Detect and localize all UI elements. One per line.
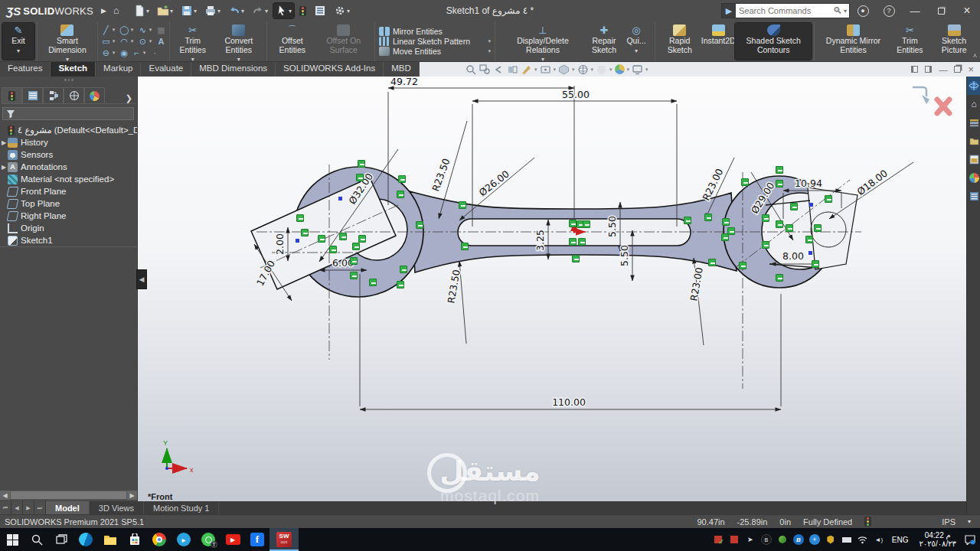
dynamic-mirror-button[interactable]: Dynamic Mirror Entities [817, 23, 889, 60]
edge-taskbar-icon[interactable] [74, 528, 98, 551]
dim-r23-50-bottom[interactable]: R23.50 [445, 269, 462, 304]
move-caret[interactable]: ▾ [488, 48, 491, 54]
tree-item-sensors[interactable]: Sensors [0, 148, 137, 161]
tree-item-material[interactable]: Material <not specified> [0, 173, 137, 185]
displaymanager-tab[interactable] [84, 87, 105, 103]
tree-item-origin[interactable]: Origin [0, 222, 137, 234]
spline-tool[interactable]: ∿ [137, 24, 149, 35]
sw-monitor-tray-icon[interactable] [729, 534, 740, 545]
panel-collapse-handle[interactable]: ◀ [136, 269, 147, 289]
move-entities-button[interactable]: Move Entities ▾ [377, 47, 492, 56]
login-button[interactable]: ● [850, 0, 876, 21]
dimxpertmanager-tab[interactable] [64, 87, 84, 103]
save-button[interactable]: ▾ [178, 3, 199, 18]
security-tray-icon[interactable] [825, 534, 836, 545]
chamfer-caret[interactable]: ▾ [143, 50, 149, 56]
exit-dropdown-caret[interactable]: ▾ [17, 47, 20, 56]
dim-5-50-a[interactable]: 5.50 [606, 216, 618, 237]
panel-tabs-overflow[interactable]: ❯ [122, 93, 136, 103]
microsoft-store-taskbar-icon[interactable] [122, 528, 147, 551]
open-button[interactable]: ▾ [155, 3, 175, 18]
facebook-taskbar-icon[interactable]: f [245, 528, 270, 551]
design-library-button[interactable] [967, 113, 980, 132]
trim-entities-2-button[interactable]: ✂ Trim Entities [889, 23, 930, 60]
tab-nav-next[interactable]: ▶ [23, 501, 34, 514]
linear-pattern-caret[interactable]: ▾ [488, 38, 491, 44]
new-document-button[interactable]: ▾ [131, 3, 152, 18]
select-button[interactable]: ▾ [273, 3, 294, 18]
units-selector[interactable]: IPS [942, 517, 956, 527]
tree-item-right-plane[interactable]: Right Plane [0, 210, 137, 222]
annotation-view-icon[interactable] [521, 64, 532, 75]
annotation-caret[interactable]: ▾ [534, 67, 537, 73]
spline-caret[interactable]: ▾ [149, 27, 155, 33]
solidworks-logo[interactable]: ƷS SOLIDWORKS [0, 5, 100, 18]
exit-sketch-corner-icon[interactable] [913, 87, 926, 96]
undo-dropdown-caret[interactable]: ▾ [241, 8, 244, 15]
dim-d18-00[interactable]: Ø18.00 [855, 168, 890, 197]
propertymanager-tab[interactable] [22, 87, 43, 103]
chrome-taskbar-icon[interactable] [147, 528, 172, 551]
previous-view-icon[interactable] [493, 64, 505, 75]
hide-show-caret[interactable]: ▾ [554, 67, 557, 73]
tab-evaluate[interactable]: Evaluate [141, 62, 191, 77]
taskbar-clock[interactable]: 04:22 م ٢٠٢٥/٠٨/٢٣ [916, 531, 959, 548]
ellipse-caret[interactable]: ▾ [149, 38, 155, 44]
dim-55-00[interactable]: 55.00 [562, 89, 590, 100]
rectangle-caret[interactable]: ▾ [113, 38, 118, 44]
rectangle-tool[interactable]: ▭ [100, 36, 112, 47]
open-dropdown-caret[interactable]: ▾ [170, 8, 173, 15]
tile-right-icon[interactable] [925, 66, 932, 73]
view-orientation-icon[interactable] [577, 64, 589, 75]
tab-mbd-dimensions[interactable]: MBD Dimensions [191, 62, 276, 77]
featuremanager-tab[interactable] [2, 87, 22, 103]
home-button[interactable]: ⌂ [111, 3, 128, 18]
print-dropdown-caret[interactable]: ▾ [217, 8, 220, 15]
tree-item-annotations[interactable]: ▶ A Annotations [0, 161, 137, 173]
sketch-picture-button[interactable]: Sketch Picture [930, 23, 978, 60]
appearances-caret[interactable]: ▾ [609, 67, 612, 73]
display-style-icon[interactable] [558, 64, 570, 75]
smart-dimension-button[interactable]: Smart Dimension ▾ [40, 23, 95, 60]
doc-close-button[interactable]: × [968, 64, 974, 75]
chamfer-tool[interactable]: ⌐ [131, 47, 142, 58]
tab-markup[interactable]: Markup [96, 62, 141, 77]
tile-left-icon[interactable] [911, 66, 918, 73]
close-button[interactable]: × [954, 0, 980, 21]
custom-properties-button[interactable] [967, 187, 980, 205]
offset-entities-button[interactable]: ⌒ Offset Entities [270, 23, 315, 60]
dim-r23-50-top[interactable]: R23.50 [430, 157, 452, 193]
solidworks-resources-button[interactable]: ⌂ [967, 95, 980, 113]
tab-solidworks-addins[interactable]: SOLIDWORKS Add-Ins [276, 62, 384, 77]
youtube-taskbar-icon[interactable]: ▶ [220, 528, 245, 551]
settings-tray-icon[interactable]: + [809, 534, 820, 545]
search-input[interactable] [736, 6, 831, 15]
menu-expand-arrow[interactable]: ▶ [101, 7, 106, 15]
view-settings-icon[interactable] [632, 64, 643, 75]
dim-d26-00[interactable]: Ø26.00 [477, 168, 511, 198]
ellipse-tool[interactable]: ⊙ [137, 36, 149, 47]
minimize-button[interactable]: — [902, 0, 928, 21]
select-dropdown-caret[interactable]: ▾ [289, 8, 292, 15]
tree-root-part[interactable]: مشروع ٤ (Default<<Default>_Display [0, 124, 137, 136]
tab-nav-first[interactable]: ⏮ [0, 501, 11, 514]
start-button[interactable] [0, 528, 24, 551]
arc-tool[interactable]: ◠ [119, 36, 130, 47]
slot-caret[interactable]: ▾ [113, 50, 118, 56]
tree-item-history[interactable]: ▶ History [0, 136, 137, 148]
appearances-icon[interactable] [596, 64, 607, 75]
repair-sketch-button[interactable]: ✚ Repair Sketch [588, 23, 620, 60]
view-palette-button[interactable] [967, 150, 980, 168]
bluetooth-tray-icon[interactable]: B [793, 534, 804, 545]
dim-5-50-b[interactable]: 5.50 [619, 245, 630, 266]
tree-item-top-plane[interactable]: Top Plane [0, 197, 137, 210]
file-explorer-taskbar-icon[interactable] [98, 528, 122, 551]
3dexperience-pane-button[interactable] [967, 77, 980, 95]
language-indicator[interactable]: ENG [890, 536, 911, 544]
circle-caret[interactable]: ▾ [131, 27, 136, 33]
help-button[interactable]: ? [876, 0, 902, 21]
dim-8-00[interactable]: 8.00 [782, 250, 804, 262]
view-orientation-caret[interactable]: ▾ [591, 67, 594, 73]
motion-study-tab[interactable]: Motion Study 1 [144, 501, 219, 514]
tab-mbd[interactable]: MBD [384, 62, 420, 77]
